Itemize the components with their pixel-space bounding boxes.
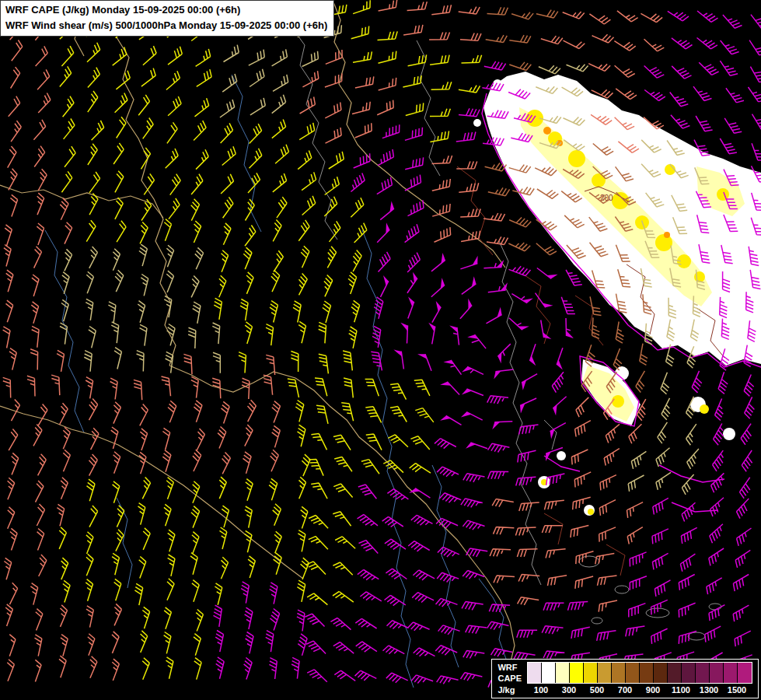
wind-barb: [188, 327, 196, 348]
wind-barb: [494, 576, 515, 583]
wind-barb: [599, 600, 617, 612]
wind-barb: [518, 597, 539, 605]
wind-barb: [271, 270, 280, 292]
wind-barb: [298, 634, 307, 656]
wind-barb: [409, 488, 430, 499]
wind-barb: [8, 146, 16, 168]
wind-barb: [488, 471, 509, 479]
wind-barb: [140, 222, 148, 244]
wind-barb: [162, 450, 171, 472]
legend-tick: 1300: [700, 685, 718, 695]
wind-barb: [737, 499, 749, 519]
wind-barb: [113, 143, 124, 164]
wind-barb: [37, 504, 44, 526]
wind-barb: [334, 457, 352, 471]
legend-swatch: [584, 663, 598, 683]
map-title-line2: WRF Wind shear (m/s) 500/1000hPa Monday …: [5, 18, 327, 33]
wind-barb: [487, 621, 509, 629]
wind-barb: [405, 157, 423, 169]
wind-barb: [248, 400, 257, 422]
wind-barb: [35, 660, 41, 681]
wind-barb: [709, 605, 724, 621]
wind-barb: [330, 618, 351, 630]
wind-barb: [563, 12, 585, 19]
wind-barb: [509, 35, 531, 43]
wind-barb: [628, 475, 644, 492]
wind-barb: [164, 607, 171, 629]
wind-barb: [571, 450, 588, 464]
wind-barb: [272, 95, 286, 114]
wind-barb: [37, 69, 50, 89]
wind-barb: [111, 322, 118, 343]
wind-barb: [270, 583, 278, 604]
wind-barb: [490, 549, 511, 557]
wind-barb: [462, 366, 483, 374]
island-outline: [709, 604, 721, 610]
wind-barb: [349, 327, 357, 348]
wind-barb: [84, 351, 92, 372]
wind-barb: [390, 407, 407, 422]
wind-barb: [509, 266, 531, 275]
wind-barb: [737, 528, 752, 546]
wind-barb: [408, 54, 427, 65]
wind-barb: [92, 121, 104, 140]
wind-barb: [162, 376, 171, 396]
wind-barb: [724, 118, 742, 133]
cape-fill: [557, 451, 566, 460]
wind-barb: [616, 322, 623, 344]
wind-barb: [168, 47, 182, 65]
wind-barb: [272, 120, 286, 138]
wind-barb: [215, 583, 222, 605]
wind-barb: [113, 402, 121, 424]
wind-barb: [213, 352, 220, 373]
wind-barb: [306, 641, 326, 654]
wind-barb: [60, 403, 68, 425]
wind-barb: [245, 226, 256, 247]
wind-barb: [114, 579, 121, 600]
wind-barb: [143, 528, 150, 550]
wind-barb: [88, 634, 95, 656]
wind-barb: [568, 602, 588, 611]
wind-barb: [461, 231, 480, 242]
wind-barb: [408, 296, 414, 318]
wind-barb: [463, 650, 485, 658]
wind-barb: [216, 657, 225, 679]
wind-barb: [431, 253, 445, 271]
wind-barb: [302, 172, 316, 190]
wind-barb: [327, 247, 336, 268]
wind-barb: [456, 161, 476, 169]
wind-barb: [720, 138, 737, 154]
legend-swatch: [682, 663, 696, 683]
wind-barb: [379, 78, 396, 90]
wind-barb: [272, 425, 281, 447]
wind-barb: [679, 603, 695, 618]
wind-barb: [353, 0, 370, 13]
wind-barb: [86, 220, 96, 242]
wind-barb: [487, 307, 502, 324]
wind-barb: [112, 553, 119, 575]
wind-barb: [88, 91, 98, 112]
wind-barb: [193, 481, 200, 503]
wind-barb: [61, 478, 68, 499]
wind-barb: [319, 354, 329, 373]
wind-barb: [61, 558, 68, 579]
wind-barb: [387, 621, 409, 629]
wind-barb: [627, 527, 643, 544]
wind-barb: [405, 175, 421, 191]
wind-barb: [440, 416, 461, 425]
wind-barb: [365, 380, 379, 397]
wind-barb: [61, 605, 68, 627]
wind-barb: [437, 467, 459, 477]
cape-fill: [700, 404, 709, 414]
wind-barb: [682, 502, 695, 521]
wind-barb: [571, 627, 590, 639]
wind-barb: [462, 389, 483, 396]
wind-barb: [10, 528, 17, 550]
wind-barb: [488, 443, 510, 452]
wind-barb: [604, 449, 620, 466]
wind-barb: [89, 399, 98, 421]
wind-barb: [111, 427, 118, 449]
wind-barb: [33, 425, 42, 446]
wind-barb: [553, 397, 566, 416]
wind-barb: [380, 201, 394, 220]
